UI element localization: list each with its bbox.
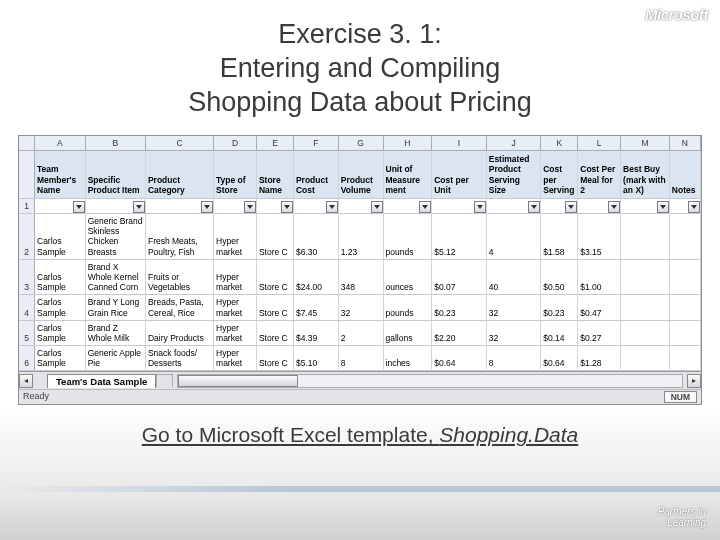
col-header-C[interactable]: C [146, 136, 214, 150]
header-cell[interactable]: Product Cost [294, 151, 339, 198]
data-cell[interactable]: $0.14 [541, 321, 578, 345]
col-header-M[interactable]: M [621, 136, 670, 150]
data-cell[interactable]: ounces [384, 260, 433, 295]
filter-dropdown-icon[interactable] [244, 201, 256, 213]
header-cell[interactable]: Cost Per Meal for 2 [578, 151, 621, 198]
data-cell[interactable] [670, 214, 701, 259]
data-cell[interactable] [621, 346, 670, 370]
data-cell[interactable]: 1.23 [339, 214, 384, 259]
filter-dropdown-icon[interactable] [657, 201, 669, 213]
data-cell[interactable]: Carlos Sample [35, 346, 86, 370]
col-header-I[interactable]: I [432, 136, 487, 150]
data-cell[interactable]: Brand Z Whole Milk [86, 321, 146, 345]
header-cell[interactable]: Cost per Serving [541, 151, 578, 198]
header-cell[interactable]: Estimated Product Serving Size [487, 151, 542, 198]
header-cell[interactable]: Best Buy (mark with an X) [621, 151, 670, 198]
data-cell[interactable] [621, 214, 670, 259]
data-cell[interactable] [670, 346, 701, 370]
data-cell[interactable]: gallons [384, 321, 433, 345]
data-cell[interactable]: $0.64 [541, 346, 578, 370]
data-cell[interactable]: Store C [257, 214, 294, 259]
data-cell[interactable]: Generic Apple Pie [86, 346, 146, 370]
col-header-L[interactable]: L [578, 136, 621, 150]
data-cell[interactable]: Store C [257, 295, 294, 319]
sheet-tab[interactable] [156, 374, 173, 387]
data-cell[interactable]: $0.50 [541, 260, 578, 295]
data-cell[interactable]: $1.28 [578, 346, 621, 370]
data-cell[interactable]: Fruits or Vegetables [146, 260, 214, 295]
row-number[interactable]: 5 [19, 321, 35, 345]
data-cell[interactable]: $4.39 [294, 321, 339, 345]
data-cell[interactable]: 32 [339, 295, 384, 319]
data-cell[interactable]: Breads, Pasta, Cereal, Rice [146, 295, 214, 319]
data-cell[interactable]: $0.07 [432, 260, 487, 295]
filter-dropdown-icon[interactable] [688, 201, 700, 213]
col-header-F[interactable]: F [294, 136, 339, 150]
data-cell[interactable]: Generic Brand Skinless Chicken Breasts [86, 214, 146, 259]
data-cell[interactable]: 32 [487, 321, 542, 345]
data-cell[interactable]: $5.10 [294, 346, 339, 370]
col-header-B[interactable]: B [86, 136, 146, 150]
data-cell[interactable]: $0.23 [432, 295, 487, 319]
data-cell[interactable]: Hyper market [214, 295, 257, 319]
tab-nav-first-icon[interactable]: ◂ [19, 374, 33, 388]
data-cell[interactable] [621, 295, 670, 319]
data-cell[interactable]: pounds [384, 214, 433, 259]
data-cell[interactable]: Store C [257, 260, 294, 295]
select-all-corner[interactable] [19, 136, 35, 150]
data-cell[interactable] [670, 321, 701, 345]
data-cell[interactable] [621, 321, 670, 345]
data-cell[interactable]: inches [384, 346, 433, 370]
data-cell[interactable]: 8 [339, 346, 384, 370]
row-number[interactable]: 2 [19, 214, 35, 259]
row-number[interactable]: 3 [19, 260, 35, 295]
col-header-H[interactable]: H [384, 136, 433, 150]
active-sheet-tab[interactable]: Team's Data Sample [47, 374, 156, 388]
data-cell[interactable]: $3.15 [578, 214, 621, 259]
data-cell[interactable]: $2.20 [432, 321, 487, 345]
col-header-G[interactable]: G [339, 136, 384, 150]
data-cell[interactable]: 4 [487, 214, 542, 259]
col-header-N[interactable]: N [670, 136, 701, 150]
col-header-E[interactable]: E [257, 136, 294, 150]
filter-dropdown-icon[interactable] [565, 201, 577, 213]
data-cell[interactable]: pounds [384, 295, 433, 319]
filter-dropdown-icon[interactable] [281, 201, 293, 213]
data-cell[interactable]: Store C [257, 321, 294, 345]
data-cell[interactable]: Fresh Meats, Poultry, Fish [146, 214, 214, 259]
data-cell[interactable]: $6.30 [294, 214, 339, 259]
header-cell[interactable]: Specific Product Item [86, 151, 146, 198]
filter-dropdown-icon[interactable] [419, 201, 431, 213]
col-header-D[interactable]: D [214, 136, 257, 150]
col-header-A[interactable]: A [35, 136, 86, 150]
data-cell[interactable]: $7.45 [294, 295, 339, 319]
filter-dropdown-icon[interactable] [201, 201, 213, 213]
data-cell[interactable]: Hyper market [214, 346, 257, 370]
data-cell[interactable]: 2 [339, 321, 384, 345]
data-cell[interactable]: 40 [487, 260, 542, 295]
data-cell[interactable] [670, 260, 701, 295]
data-cell[interactable]: Brand X Whole Kernel Canned Corn [86, 260, 146, 295]
row-number[interactable]: 4 [19, 295, 35, 319]
header-cell[interactable]: Type of Store [214, 151, 257, 198]
template-link[interactable]: Go to Microsoft Excel template, Shopping… [0, 423, 720, 447]
data-cell[interactable]: $0.64 [432, 346, 487, 370]
data-cell[interactable]: Brand Y Long Grain Rice [86, 295, 146, 319]
data-cell[interactable]: Hyper market [214, 260, 257, 295]
data-cell[interactable]: $0.23 [541, 295, 578, 319]
data-cell[interactable] [670, 295, 701, 319]
filter-dropdown-icon[interactable] [73, 201, 85, 213]
filter-dropdown-icon[interactable] [474, 201, 486, 213]
data-cell[interactable]: Hyper market [214, 321, 257, 345]
scroll-right-icon[interactable]: ▸ [687, 374, 701, 388]
data-cell[interactable]: $5.12 [432, 214, 487, 259]
header-cell[interactable]: Store Name [257, 151, 294, 198]
data-cell[interactable]: $24.00 [294, 260, 339, 295]
data-cell[interactable]: $0.47 [578, 295, 621, 319]
data-cell[interactable]: Dairy Products [146, 321, 214, 345]
filter-dropdown-icon[interactable] [133, 201, 145, 213]
filter-dropdown-icon[interactable] [371, 201, 383, 213]
data-cell[interactable]: 32 [487, 295, 542, 319]
scroll-thumb[interactable] [178, 375, 298, 387]
data-cell[interactable]: Carlos Sample [35, 321, 86, 345]
